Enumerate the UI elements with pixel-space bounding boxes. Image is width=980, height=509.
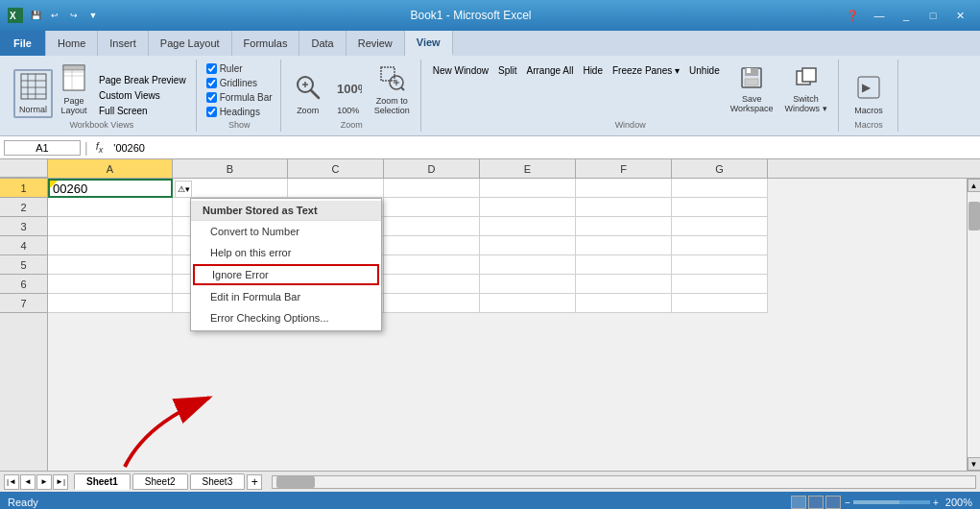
gridlines-checkbox[interactable]: Gridlines	[204, 77, 275, 89]
ruler-check[interactable]	[206, 63, 217, 74]
cell-f2[interactable]	[576, 198, 672, 217]
row-header-1[interactable]: 1	[0, 179, 47, 198]
zoom-in-btn[interactable]: +	[933, 497, 939, 508]
cell-e6[interactable]	[480, 275, 576, 294]
cell-c1[interactable]	[288, 179, 384, 198]
full-screen-button[interactable]: Full Screen	[95, 104, 190, 118]
cell-a5[interactable]	[48, 255, 173, 275]
col-header-e[interactable]: E	[480, 159, 576, 178]
undo-quick-btn[interactable]: ↩	[46, 7, 63, 24]
cell-f5[interactable]	[576, 255, 672, 275]
menu-item-ignore-error[interactable]: Ignore Error	[193, 264, 379, 285]
tab-home[interactable]: Home	[46, 31, 98, 56]
zoom100-button[interactable]: 100% 100%	[329, 71, 368, 118]
zoom-button[interactable]: Zoom	[289, 71, 327, 118]
cell-g7[interactable]	[672, 294, 768, 313]
ribbon-minimize-btn[interactable]: —	[867, 7, 892, 24]
new-window-button[interactable]: New Window	[429, 63, 492, 78]
cell-d2[interactable]	[384, 198, 480, 217]
page-layout-status-btn[interactable]	[808, 496, 824, 509]
unhide-button[interactable]: Unhide	[685, 63, 724, 78]
tab-data[interactable]: Data	[299, 31, 346, 56]
redo-quick-btn[interactable]: ↪	[65, 7, 83, 24]
cell-d4[interactable]	[384, 236, 480, 255]
cell-a1[interactable]: 00260	[48, 179, 173, 198]
vscroll-track[interactable]	[968, 192, 981, 457]
customize-quick-btn[interactable]: ▼	[84, 7, 102, 24]
cell-e3[interactable]	[480, 217, 576, 236]
headings-check[interactable]	[206, 107, 217, 117]
vscroll-thumb[interactable]	[968, 202, 980, 230]
error-indicator-button[interactable]: ⚠▾	[175, 181, 192, 198]
cell-e2[interactable]	[480, 198, 576, 217]
headings-checkbox[interactable]: Headings	[204, 106, 275, 118]
col-header-f[interactable]: F	[576, 159, 672, 178]
cell-g2[interactable]	[672, 198, 768, 217]
tab-formulas[interactable]: Formulas	[232, 31, 300, 56]
row-header-4[interactable]: 4	[0, 236, 47, 255]
minimize-btn[interactable]: _	[894, 7, 919, 24]
horizontal-scrollbar[interactable]	[272, 475, 976, 489]
sheet-tab-3[interactable]: Sheet3	[190, 473, 246, 490]
cell-e5[interactable]	[480, 255, 576, 275]
cell-d7[interactable]	[384, 294, 480, 313]
page-layout-view-button[interactable]: PageLayout	[55, 61, 93, 118]
freeze-panes-button[interactable]: Freeze Panes ▾	[609, 63, 683, 78]
normal-view-button[interactable]: Normal	[13, 69, 53, 118]
help-btn[interactable]: ❓	[840, 7, 865, 24]
save-quick-btn[interactable]: 💾	[27, 7, 44, 24]
cell-g5[interactable]	[672, 255, 768, 275]
ruler-checkbox[interactable]: Ruler	[204, 62, 275, 75]
sheet-nav-first[interactable]: |◄	[4, 474, 19, 490]
split-button[interactable]: Split	[494, 63, 520, 78]
cell-d5[interactable]	[384, 255, 480, 275]
name-box[interactable]	[4, 140, 81, 156]
macros-button[interactable]: ▶ Macros	[849, 71, 888, 118]
menu-item-error-checking-options[interactable]: Error Checking Options...	[191, 307, 381, 328]
close-btn[interactable]: ✕	[947, 7, 972, 24]
sheet-nav-prev[interactable]: ◄	[20, 474, 36, 490]
cell-a2[interactable]	[48, 198, 173, 217]
formula-input[interactable]	[110, 141, 976, 155]
row-header-7[interactable]: 7	[0, 294, 47, 313]
custom-views-button[interactable]: Custom Views	[95, 88, 190, 103]
zoom-selection-button[interactable]: Zoom toSelection	[370, 61, 415, 118]
col-header-d[interactable]: D	[384, 159, 480, 178]
sheet-tab-2[interactable]: Sheet2	[132, 473, 188, 490]
sheet-nav-last[interactable]: ►|	[53, 474, 68, 490]
cell-e1[interactable]	[480, 179, 576, 198]
cell-d3[interactable]	[384, 217, 480, 236]
cell-f4[interactable]	[576, 236, 672, 255]
maximize-btn[interactable]: □	[920, 7, 945, 24]
sheet-tab-1[interactable]: Sheet1	[74, 473, 131, 490]
cell-a7[interactable]	[48, 294, 173, 313]
cell-a6[interactable]	[48, 275, 173, 294]
tab-view[interactable]: View	[405, 31, 453, 56]
cell-g4[interactable]	[672, 236, 768, 255]
menu-item-help-on-error[interactable]: Help on this error	[191, 242, 381, 263]
row-header-5[interactable]: 5	[0, 255, 47, 275]
page-break-status-btn[interactable]	[825, 496, 841, 509]
new-sheet-button[interactable]: +	[247, 474, 262, 490]
cell-f1[interactable]	[576, 179, 672, 198]
normal-view-status-btn[interactable]	[791, 496, 806, 509]
sheet-nav-next[interactable]: ►	[36, 474, 52, 490]
vscroll-down-btn[interactable]: ▼	[968, 457, 981, 471]
cell-g6[interactable]	[672, 275, 768, 294]
menu-item-convert-to-number[interactable]: Convert to Number	[191, 221, 381, 242]
cell-e7[interactable]	[480, 294, 576, 313]
switch-windows-button[interactable]: SwitchWindows ▾	[780, 63, 832, 116]
vscroll-up-btn[interactable]: ▲	[968, 179, 981, 192]
formula-bar-check[interactable]	[206, 92, 217, 103]
cell-g3[interactable]	[672, 217, 768, 236]
cell-f3[interactable]	[576, 217, 672, 236]
tab-insert[interactable]: Insert	[98, 31, 149, 56]
row-header-6[interactable]: 6	[0, 275, 47, 294]
cell-a3[interactable]	[48, 217, 173, 236]
cell-f6[interactable]	[576, 275, 672, 294]
row-header-3[interactable]: 3	[0, 217, 47, 236]
zoom-out-btn[interactable]: −	[845, 497, 850, 508]
col-header-c[interactable]: C	[288, 159, 384, 178]
page-break-preview-button[interactable]: Page Break Preview	[95, 73, 190, 87]
tab-file[interactable]: File	[0, 31, 46, 56]
